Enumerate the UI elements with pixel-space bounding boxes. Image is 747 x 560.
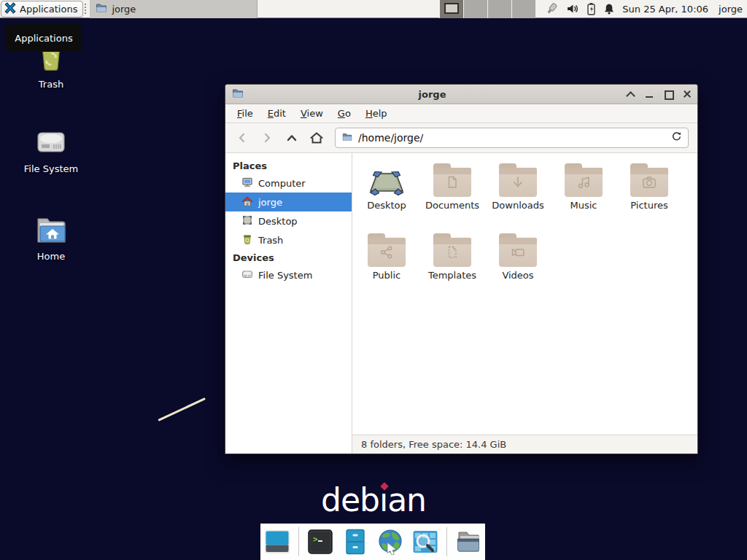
folder-item-templates[interactable]: Templates	[419, 232, 485, 302]
svg-text:>: >	[313, 534, 318, 544]
panel-clock[interactable]: Sun 25 Apr, 10:06	[622, 4, 708, 15]
folder-label: Public	[354, 270, 419, 281]
show-desktop-icon[interactable]	[263, 528, 291, 556]
main-column: Desktop Documents Downloads	[352, 153, 697, 454]
menubar: File Edit View Go Help	[225, 104, 697, 123]
hard-drive-icon	[16, 124, 86, 159]
xfce-logo-icon	[4, 2, 16, 16]
address-folder-icon	[341, 132, 353, 144]
toolbar: /home/jorge/	[225, 123, 697, 153]
folder-label: Documents	[419, 200, 485, 211]
public-folder-icon	[368, 238, 406, 267]
statusbar-text: 8 folders, Free space: 14.4 GiB	[361, 439, 506, 450]
volume-icon[interactable]	[566, 3, 579, 15]
workspace-switcher	[439, 0, 535, 18]
workspace-2[interactable]	[463, 0, 487, 18]
workspace-4[interactable]	[511, 0, 535, 18]
sidebar-item-desktop[interactable]: Desktop	[225, 211, 352, 230]
sidebar-item-trash[interactable]: Trash	[225, 230, 352, 249]
folder-label: Videos	[485, 270, 551, 281]
close-button[interactable]	[683, 90, 692, 98]
computer-icon	[241, 176, 253, 190]
app-finder-icon[interactable]	[411, 528, 439, 556]
trash-small-icon	[241, 233, 253, 247]
panel-username[interactable]: jorge	[719, 4, 743, 15]
desktop-icon-home[interactable]: Home	[16, 211, 86, 262]
file-manager-icon[interactable]	[454, 528, 482, 556]
folder-item-downloads[interactable]: Downloads	[485, 162, 551, 232]
home-icon	[241, 195, 253, 209]
forward-button[interactable]	[256, 127, 278, 149]
menu-help[interactable]: Help	[358, 106, 395, 121]
clipman-icon[interactable]	[544, 2, 559, 15]
sidebar-header-devices: Devices	[225, 249, 352, 265]
sidebar-item-filesystem[interactable]: File System	[225, 265, 352, 284]
workspace-window-thumb	[444, 3, 459, 14]
minimize-button[interactable]	[645, 90, 654, 98]
folder-label: Pictures	[616, 200, 682, 211]
system-tray	[544, 2, 615, 15]
applications-tooltip: Applications	[6, 24, 82, 52]
address-bar[interactable]: /home/jorge/	[335, 128, 689, 148]
file-cabinet-icon[interactable]	[341, 528, 369, 556]
workspace-1[interactable]	[439, 0, 463, 18]
terminal-icon[interactable]: >	[306, 528, 334, 556]
folder-view[interactable]: Desktop Documents Downloads	[352, 153, 697, 435]
sidebar-item-label: Trash	[258, 235, 283, 246]
music-folder-icon	[565, 168, 603, 197]
debian-logo: debıan	[0, 481, 747, 518]
pictures-folder-icon	[630, 168, 668, 197]
desktop-icon-label: Home	[16, 251, 86, 262]
applications-menu-button[interactable]: Applications	[1, 1, 83, 18]
folder-item-music[interactable]: Music	[551, 162, 616, 232]
taskbar-window-button[interactable]: jorge	[90, 0, 258, 18]
videos-folder-icon	[499, 238, 537, 267]
menu-go[interactable]: Go	[330, 106, 358, 121]
workspace-3[interactable]	[487, 0, 511, 18]
notifications-icon[interactable]	[603, 3, 615, 15]
reload-icon[interactable]	[671, 131, 682, 144]
sidebar-item-label: jorge	[258, 197, 282, 208]
folder-item-desktop[interactable]: Desktop	[354, 162, 419, 232]
maximize-button[interactable]	[664, 90, 673, 98]
address-path[interactable]: /home/jorge/	[358, 132, 666, 144]
window-titlebar[interactable]: jorge	[225, 85, 697, 104]
folder-item-public[interactable]: Public	[354, 232, 419, 302]
folder-item-videos[interactable]: Videos	[485, 232, 551, 302]
home-folder-icon	[16, 211, 86, 246]
folder-item-pictures[interactable]: Pictures	[616, 162, 682, 232]
sidebar-item-label: Desktop	[258, 216, 298, 227]
sidebar-header-places: Places	[225, 158, 352, 174]
sidebar-item-label: Computer	[258, 178, 306, 189]
shade-button[interactable]	[626, 90, 635, 98]
folder-label: Downloads	[485, 200, 551, 211]
top-panel: Applications jorge Sun 25 Apr, 10:06 jor…	[0, 0, 747, 18]
tasklist-handle	[85, 4, 88, 14]
battery-icon[interactable]	[587, 2, 596, 15]
menu-view[interactable]: View	[293, 106, 330, 121]
sidebar-item-computer[interactable]: Computer	[225, 174, 352, 192]
menu-file[interactable]: File	[230, 106, 260, 121]
statusbar: 8 folders, Free space: 14.4 GiB	[352, 435, 697, 454]
window-controls	[626, 90, 692, 98]
desktop-special-icon	[368, 168, 406, 197]
desktop-icon-filesystem[interactable]: File System	[16, 124, 86, 174]
desktop-icon-label: File System	[16, 163, 86, 174]
desktop-place-icon	[241, 214, 253, 228]
applications-tooltip-text: Applications	[15, 33, 72, 44]
web-browser-icon[interactable]	[376, 528, 404, 556]
folder-label: Templates	[419, 270, 485, 281]
folder-label: Music	[551, 200, 616, 211]
folder-window-icon	[96, 2, 107, 16]
folder-label: Desktop	[354, 200, 419, 211]
folder-item-documents[interactable]: Documents	[419, 162, 485, 232]
dock-separator	[298, 527, 299, 556]
back-button[interactable]	[231, 127, 253, 149]
up-button[interactable]	[281, 127, 303, 149]
desktop: { "colors": { "accent": "#3d86d8", "desk…	[0, 0, 747, 560]
sidebar-item-label: File System	[258, 270, 312, 281]
home-button[interactable]	[306, 127, 328, 149]
menu-edit[interactable]: Edit	[260, 106, 293, 121]
sidebar: Places Computer jorge Desktop	[225, 153, 352, 454]
sidebar-item-jorge[interactable]: jorge	[225, 192, 352, 211]
